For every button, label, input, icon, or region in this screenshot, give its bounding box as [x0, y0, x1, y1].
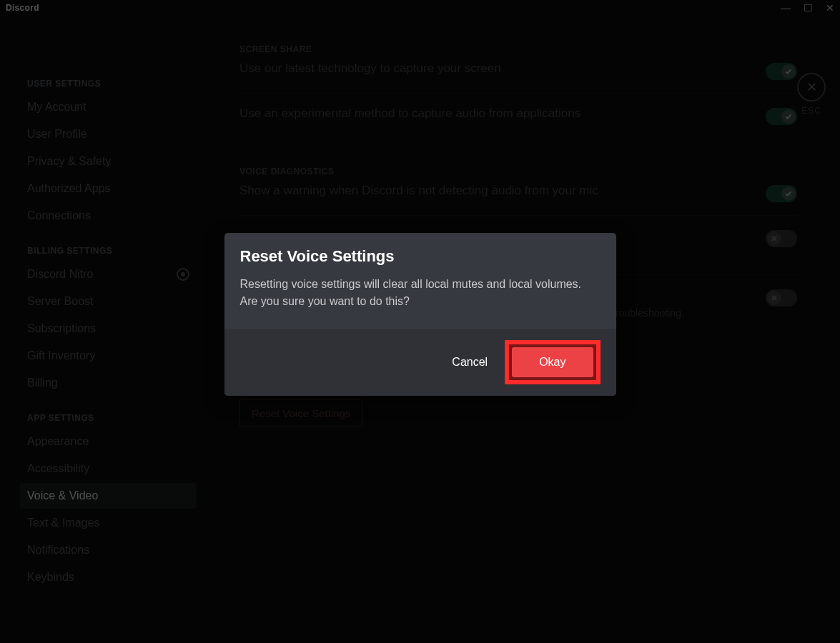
- reset-voice-modal: Reset Voice Settings Resetting voice set…: [224, 233, 616, 396]
- cancel-button[interactable]: Cancel: [452, 356, 488, 369]
- modal-text: Resetting voice settings will clear all …: [240, 276, 601, 310]
- okay-highlight: Okay: [505, 340, 600, 384]
- modal-title: Reset Voice Settings: [240, 247, 601, 266]
- modal-footer: Cancel Okay: [224, 329, 616, 396]
- okay-button[interactable]: Okay: [512, 347, 593, 377]
- modal-overlay: Reset Voice Settings Resetting voice set…: [0, 0, 840, 643]
